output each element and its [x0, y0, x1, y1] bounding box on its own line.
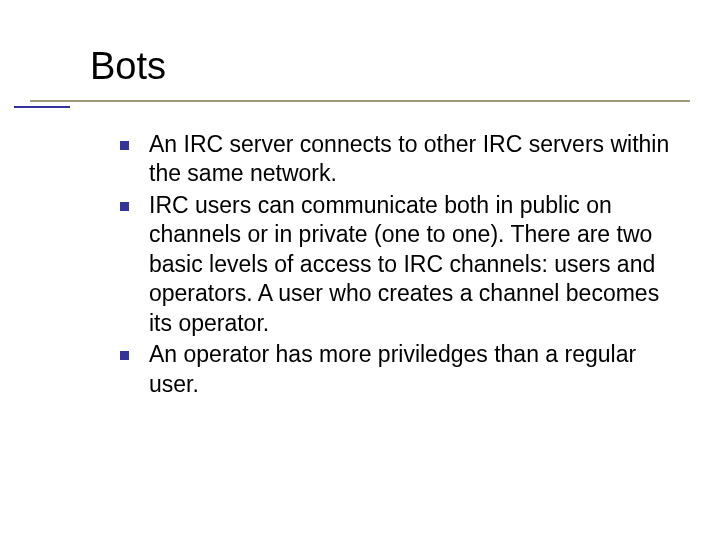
square-bullet-icon [120, 351, 129, 360]
list-item: IRC users can communicate both in public… [120, 191, 670, 338]
slide-title: Bots [90, 46, 680, 88]
bullet-text: An IRC server connects to other IRC serv… [149, 130, 670, 189]
title-underline [0, 96, 720, 116]
underline-short [14, 106, 70, 108]
square-bullet-icon [120, 141, 129, 150]
bullet-text: IRC users can communicate both in public… [149, 191, 670, 338]
bullet-text: An operator has more priviledges than a … [149, 340, 670, 399]
title-area: Bots [90, 46, 680, 94]
underline-long [30, 100, 690, 102]
list-item: An IRC server connects to other IRC serv… [120, 130, 670, 189]
list-item: An operator has more priviledges than a … [120, 340, 670, 399]
square-bullet-icon [120, 202, 129, 211]
slide: Bots An IRC server connects to other IRC… [0, 0, 720, 540]
body-content: An IRC server connects to other IRC serv… [120, 130, 670, 401]
